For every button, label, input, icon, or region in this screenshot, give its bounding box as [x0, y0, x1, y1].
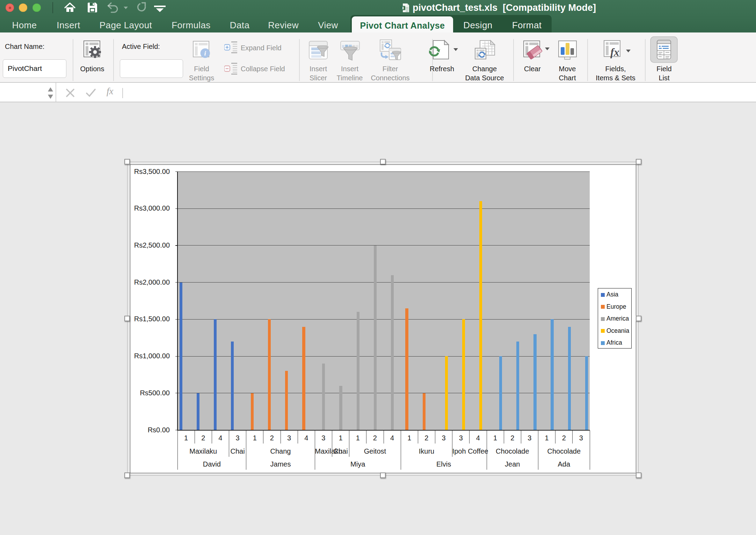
svg-text:i: i — [204, 50, 206, 57]
svg-text:X: X — [402, 6, 404, 10]
svg-text:fx: fx — [610, 46, 619, 58]
